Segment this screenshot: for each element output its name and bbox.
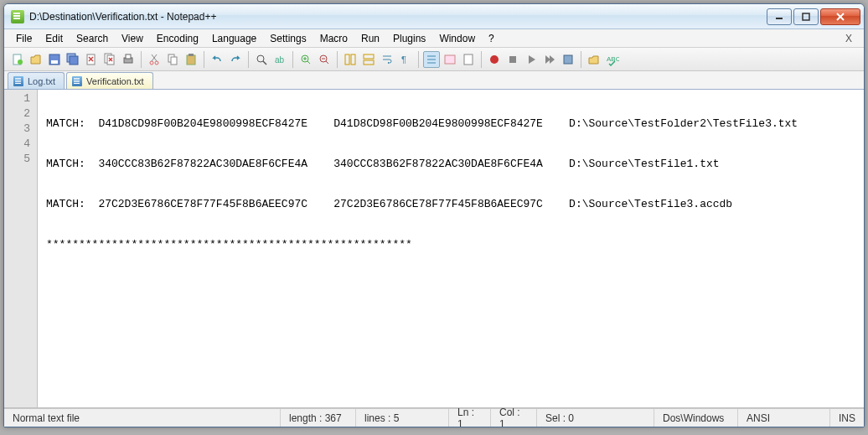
wrap-icon[interactable] (379, 51, 395, 68)
svg-rect-45 (445, 55, 455, 64)
app-icon (11, 10, 24, 23)
save-all-icon[interactable] (65, 51, 81, 68)
menu-view[interactable]: View (115, 31, 150, 46)
open-file-icon[interactable] (28, 51, 44, 68)
toolbar-divider (337, 51, 338, 68)
menu-run[interactable]: Run (354, 31, 386, 46)
tab-label: Verification.txt (86, 76, 143, 86)
spellcheck-icon[interactable]: ABC (604, 51, 621, 68)
save-icon[interactable] (46, 51, 63, 68)
svg-point-27 (257, 55, 264, 62)
svg-line-36 (326, 61, 328, 64)
line-number: 3 (4, 122, 37, 137)
svg-rect-18 (126, 54, 131, 59)
svg-rect-48 (509, 56, 516, 63)
paste-icon[interactable] (183, 51, 199, 68)
explorer-icon[interactable] (586, 51, 602, 68)
print-icon[interactable] (120, 51, 137, 68)
svg-text:¶: ¶ (401, 54, 406, 65)
tab-label: Log.txt (28, 76, 55, 86)
play-multi-icon[interactable] (541, 51, 558, 68)
svg-rect-7 (51, 60, 58, 64)
user-lang-icon[interactable] (442, 51, 458, 68)
menu-settings[interactable]: Settings (263, 31, 313, 46)
svg-rect-37 (345, 54, 349, 65)
zoom-in-icon[interactable] (297, 51, 314, 68)
line-number: 5 (4, 152, 37, 167)
tabbar: Log.txt Verification.txt (4, 71, 864, 90)
doc-map-icon[interactable] (460, 51, 477, 68)
indent-guide-icon[interactable] (423, 51, 440, 68)
play-macro-icon[interactable] (523, 51, 540, 68)
svg-rect-9 (70, 56, 78, 65)
record-macro-icon[interactable] (486, 51, 503, 68)
file-icon (13, 76, 23, 86)
window-title: D:\Destination\Verification.txt - Notepa… (29, 11, 765, 23)
minimize-button[interactable] (767, 8, 792, 25)
menu-encoding[interactable]: Encoding (150, 31, 205, 46)
tab-log[interactable]: Log.txt (8, 72, 65, 89)
svg-rect-26 (189, 54, 194, 56)
svg-line-28 (263, 61, 266, 65)
new-file-icon[interactable] (9, 51, 26, 68)
toolbar-divider (292, 51, 293, 68)
svg-rect-25 (187, 55, 195, 65)
all-chars-icon[interactable]: ¶ (397, 51, 414, 68)
svg-rect-40 (364, 60, 374, 65)
menubar: File Edit Search View Encoding Language … (4, 29, 864, 48)
code-line (46, 277, 864, 293)
status-col: Col : 1 (491, 409, 537, 427)
cut-icon[interactable] (146, 51, 163, 68)
svg-point-47 (490, 55, 499, 64)
code-line: ****************************************… (46, 237, 864, 252)
copy-icon[interactable] (164, 51, 181, 68)
save-macro-icon[interactable] (560, 51, 576, 68)
toolbar: ab ¶ ABC (4, 48, 864, 71)
status-mode: INS (830, 409, 864, 427)
svg-rect-24 (171, 57, 177, 65)
close-button[interactable] (820, 8, 860, 25)
menu-search[interactable]: Search (70, 31, 115, 46)
menu-plugins[interactable]: Plugins (386, 31, 432, 46)
svg-rect-49 (564, 55, 572, 64)
code-area[interactable]: MATCH: D41D8CD98F00B204E9800998ECF8427E … (38, 90, 864, 407)
close-file-icon[interactable] (83, 51, 100, 68)
menu-file[interactable]: File (9, 31, 39, 46)
zoom-out-icon[interactable] (316, 51, 333, 68)
toolbar-divider (141, 51, 142, 68)
stop-macro-icon[interactable] (504, 51, 521, 68)
line-number: 2 (4, 106, 37, 122)
code-line: MATCH: 340CCC83B62F87822AC30DAE8F6CFE4A … (46, 157, 864, 172)
menu-edit[interactable]: Edit (39, 31, 70, 46)
close-all-icon[interactable] (101, 51, 118, 68)
status-sel: Sel : 0 (537, 409, 654, 427)
code-line: MATCH: 27C2D3E6786CE78F77F45F8B6AEEC97C … (46, 197, 864, 212)
svg-text:ab: ab (275, 55, 285, 65)
line-number-gutter: 1 2 3 4 5 (4, 90, 38, 407)
undo-icon[interactable] (209, 51, 225, 68)
status-ln: Ln : 1 (449, 409, 491, 427)
maximize-button[interactable] (793, 8, 819, 25)
redo-icon[interactable] (227, 51, 244, 68)
status-lines: lines : 5 (356, 409, 449, 427)
svg-point-19 (150, 61, 153, 65)
menu-close-x[interactable]: X (839, 33, 859, 44)
status-encoding: ANSI (738, 409, 830, 427)
replace-icon[interactable]: ab (271, 51, 288, 68)
sync-h-icon[interactable] (360, 51, 377, 68)
sync-v-icon[interactable] (342, 51, 359, 68)
menu-window[interactable]: Window (432, 31, 482, 46)
status-eol: Dos\Windows (654, 409, 738, 427)
editor[interactable]: 1 2 3 4 5 MATCH: D41D8CD98F00B204E980099… (4, 90, 864, 408)
svg-rect-39 (364, 54, 374, 59)
main-window: D:\Destination\Verification.txt - Notepa… (3, 3, 865, 427)
menu-language[interactable]: Language (205, 31, 263, 46)
toolbar-divider (204, 51, 204, 68)
tab-verification[interactable]: Verification.txt (66, 72, 152, 89)
find-icon[interactable] (253, 51, 270, 68)
menu-help[interactable]: ? (482, 31, 501, 46)
statusbar: Normal text file length : 367 lines : 5 … (4, 408, 864, 427)
menu-macro[interactable]: Macro (313, 31, 354, 46)
titlebar[interactable]: D:\Destination\Verification.txt - Notepa… (4, 4, 864, 29)
toolbar-divider (248, 51, 249, 68)
